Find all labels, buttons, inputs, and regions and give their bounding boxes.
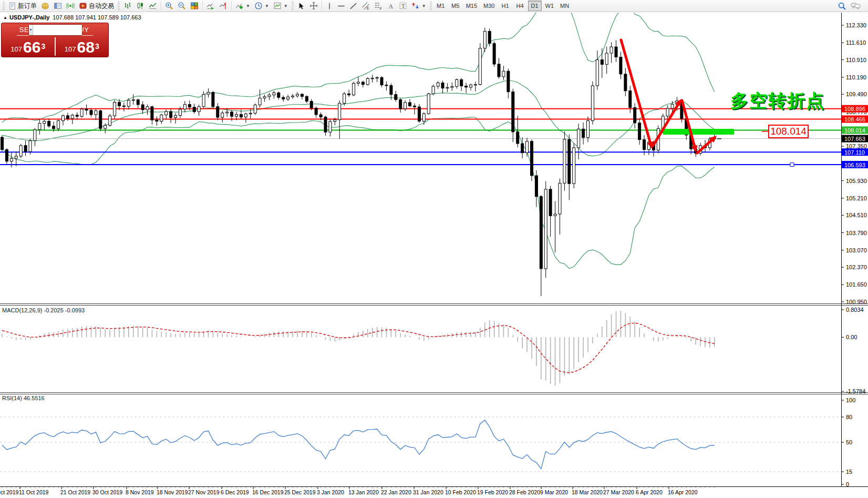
price-level-badge-text: 107.110 <box>844 149 865 156</box>
tab-timeframe-mn[interactable]: MN <box>557 1 572 11</box>
chat-button[interactable] <box>849 1 863 11</box>
templates-button[interactable]: ▼ <box>271 1 290 11</box>
candle <box>390 86 392 95</box>
date-tick-label: 9 Mar 2020 <box>540 489 568 495</box>
candle <box>338 103 341 119</box>
crosshair-button[interactable] <box>307 1 320 11</box>
candle <box>43 121 46 124</box>
candle <box>493 44 495 64</box>
candle <box>5 150 8 161</box>
toolbar-grip[interactable] <box>430 2 432 10</box>
bar-chart-button[interactable] <box>121 1 134 11</box>
toolbar-grip[interactable] <box>3 2 5 10</box>
date-tick-label: 25 Dec 2019 <box>284 489 316 495</box>
macd-label: MACD(12,26,9) -0.2025 -0.0993 <box>2 307 85 313</box>
candle <box>287 97 290 99</box>
chart-shift-button[interactable] <box>217 1 230 11</box>
chevron-down-icon: ▼ <box>265 4 269 8</box>
terminal-button[interactable] <box>64 1 77 11</box>
vertical-line-button[interactable] <box>324 1 335 11</box>
candle <box>15 156 17 158</box>
candle <box>104 125 107 128</box>
candlestick-chart-button[interactable] <box>134 1 147 11</box>
toolbar-grip[interactable] <box>292 2 294 10</box>
trendline-button[interactable] <box>347 1 359 11</box>
candle <box>456 80 458 87</box>
tab-timeframe-w1[interactable]: W1 <box>543 1 557 11</box>
rsi-tick-label: 0 <box>846 481 849 487</box>
candle <box>19 146 22 156</box>
tab-timeframe-m5[interactable]: M5 <box>449 1 462 11</box>
turning-point-annotation[interactable]: 多空转折点 <box>730 89 825 113</box>
one-click-trade-panel: SELL BUY ▼ ▲ 107 66 3 107 68 3 <box>1 23 109 57</box>
tab-timeframe-m30[interactable]: M30 <box>481 1 497 11</box>
tab-timeframe-d1[interactable]: D1 <box>528 1 542 11</box>
toolbar-grip[interactable] <box>118 2 120 10</box>
candle <box>29 141 32 152</box>
fibonacci-button[interactable]: F <box>372 1 385 11</box>
toolbar-separator <box>161 1 161 11</box>
chevron-down-icon: ▼ <box>422 4 426 8</box>
toolbar-separator <box>322 1 322 11</box>
zoom-out-icon <box>178 2 186 10</box>
price-level-badge-text: 107.663 <box>844 136 865 142</box>
candle <box>531 141 533 176</box>
text-button[interactable]: A <box>385 1 397 11</box>
equidistant-channel-button[interactable]: E <box>359 1 372 11</box>
date-tick-label: 8 Nov 2019 <box>126 489 154 495</box>
candle <box>334 120 336 121</box>
mt4-window: 新订单 自动交易 <box>0 0 868 498</box>
chart-canvas[interactable]: 112.330111.610110.910110.190109.490108.7… <box>0 0 868 498</box>
candle <box>521 144 524 153</box>
tab-timeframe-h1[interactable]: H1 <box>499 1 512 11</box>
tab-timeframe-m15[interactable]: M15 <box>463 1 480 11</box>
line-chart-button[interactable] <box>147 1 159 11</box>
horizontal-line-button[interactable] <box>335 1 347 11</box>
support-zone-bar[interactable] <box>663 129 734 135</box>
search-button[interactable] <box>835 1 849 11</box>
arrows-tool-button[interactable]: ▼ <box>409 1 428 11</box>
candle <box>540 197 542 269</box>
text-label-button[interactable]: T <box>397 1 409 11</box>
zoom-in-button[interactable] <box>163 1 175 11</box>
sell-price-button[interactable]: 107 66 3 <box>2 36 55 57</box>
candle <box>582 129 585 137</box>
tile-windows-button[interactable] <box>188 1 201 11</box>
candle <box>446 87 449 88</box>
navigator-icon <box>54 2 62 10</box>
periods-button[interactable]: ▼ <box>252 1 271 11</box>
price-level-badge-text: 108.466 <box>844 116 865 123</box>
market-watch-button[interactable] <box>39 1 51 11</box>
price-tag-label[interactable]: 108.014 <box>768 125 809 138</box>
candle <box>460 80 463 86</box>
date-tick-label: 22 Jan 2020 <box>381 489 411 495</box>
volume-input[interactable] <box>33 25 82 35</box>
volume-decrease-button[interactable]: ▼ <box>29 25 33 35</box>
collapse-panel-icon[interactable]: ▲ <box>3 15 7 20</box>
candle <box>399 99 402 109</box>
candle <box>465 86 468 87</box>
buy-price-button[interactable]: 107 68 3 <box>56 36 109 57</box>
tab-timeframe-m1[interactable]: M1 <box>434 1 448 11</box>
candle <box>160 115 163 121</box>
candle <box>385 85 388 86</box>
candle <box>568 139 571 184</box>
cursor-button[interactable] <box>295 1 307 11</box>
candle <box>62 116 65 121</box>
candle <box>329 121 332 132</box>
candle <box>151 107 153 120</box>
candle <box>99 111 102 129</box>
indicators-button[interactable]: ▼ <box>233 1 252 11</box>
auto-scroll-button[interactable] <box>204 1 217 11</box>
tab-timeframe-h4[interactable]: H4 <box>513 1 527 11</box>
auto-trading-button[interactable]: 自动交易 <box>77 1 116 11</box>
new-order-button[interactable]: 新订单 <box>6 1 39 11</box>
date-tick-label: 18 Nov 2019 <box>157 489 188 495</box>
navigator-button[interactable] <box>51 1 64 11</box>
toolbar-separator <box>202 1 203 11</box>
zoom-in-icon <box>165 2 173 10</box>
candle <box>591 86 594 121</box>
candle <box>361 82 364 85</box>
zoom-out-button[interactable] <box>175 1 188 11</box>
candle <box>273 93 275 95</box>
